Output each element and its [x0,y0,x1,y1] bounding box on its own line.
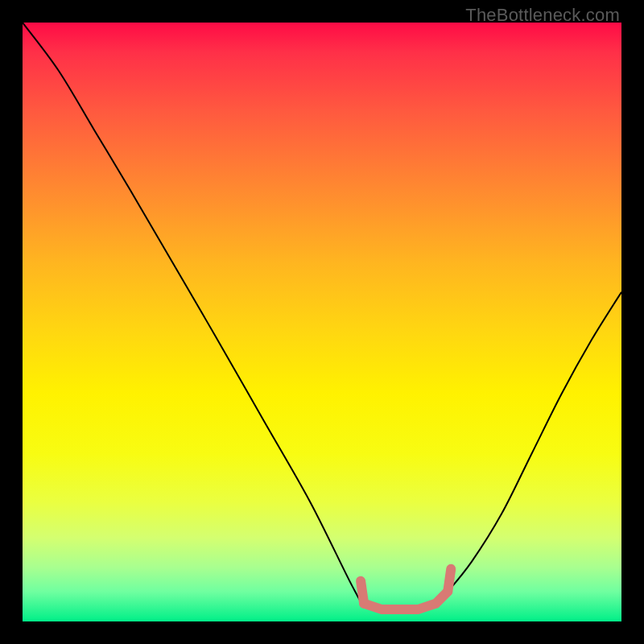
trough-band [364,592,448,609]
trough-riser [448,569,451,592]
trough-riser [361,581,364,604]
curve-line [23,23,621,610]
plot-area [23,23,621,621]
chart-svg [23,23,621,621]
trough-markers [361,569,451,609]
chart-frame: TheBottleneck.com [0,0,644,644]
